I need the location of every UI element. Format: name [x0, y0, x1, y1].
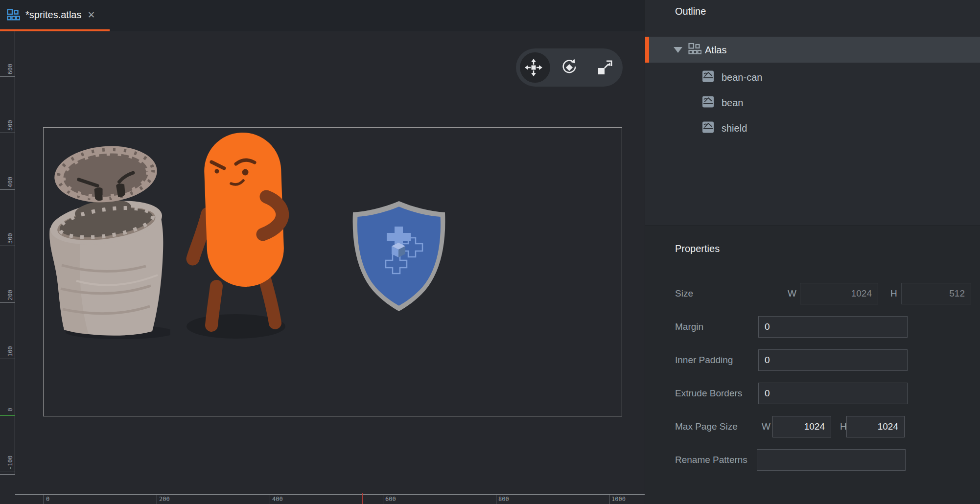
rename-patterns-field[interactable]	[757, 449, 906, 471]
v-ruler-label: 500	[7, 124, 14, 131]
max-page-w-label: W	[762, 415, 770, 438]
image-icon	[702, 121, 714, 136]
h-ruler-label: 1000	[611, 496, 626, 503]
tab-title: *sprites.atlas	[25, 9, 82, 21]
v-ruler-tick: 100	[0, 359, 15, 359]
outline-row-shield[interactable]: shield	[645, 115, 980, 141]
h-ruler-tick: 800	[496, 495, 496, 504]
properties-header: Properties	[675, 243, 720, 254]
defold-editor-window: { "colors": { "accent_orange": "#ed5b22"…	[0, 0, 980, 504]
property-row-inner-padding: Inner Padding	[645, 349, 980, 371]
v-ruler-label: 0	[7, 406, 14, 413]
outline-row-label: shield	[722, 123, 747, 134]
size-w-label: W	[788, 282, 796, 305]
size-height-field[interactable]	[901, 283, 971, 304]
outline-panel: Outline Atlas	[645, 0, 980, 226]
scene-toolbar	[516, 48, 623, 87]
property-row-margin: Margin	[645, 316, 980, 338]
margin-field[interactable]	[758, 316, 908, 338]
h-ruler-tick: 0	[44, 495, 44, 504]
horizontal-ruler: 0 200 400 600 800 1000	[15, 494, 645, 504]
selection-accent-bar	[645, 37, 649, 63]
move-tool-button[interactable]	[516, 48, 551, 87]
h-ruler-tick: 1000	[609, 495, 609, 504]
size-h-label: H	[890, 282, 897, 305]
tab-close-icon[interactable]: ✕	[88, 10, 95, 20]
max-page-width-field[interactable]	[772, 416, 831, 437]
v-ruler-zero-tick: 0	[0, 415, 15, 416]
move-icon	[524, 58, 543, 77]
max-page-height-field[interactable]	[846, 416, 905, 437]
max-page-h-label: H	[840, 415, 847, 438]
scale-tool-button[interactable]	[587, 48, 623, 87]
h-ruler-tick: 400	[270, 495, 270, 504]
outline-row-atlas[interactable]: Atlas	[645, 37, 980, 63]
tab-sprites-atlas[interactable]: *sprites.atlas ✕	[0, 0, 110, 30]
v-ruler-label: 200	[7, 294, 14, 300]
chevron-down-icon[interactable]	[674, 47, 682, 53]
property-row-max-page-size: Max Page Size W H	[645, 415, 980, 438]
scale-icon	[596, 59, 614, 76]
v-ruler-tick: 400	[0, 189, 15, 190]
v-ruler-tick: -100	[0, 472, 15, 472]
v-ruler-tick: 500	[0, 133, 15, 133]
h-ruler-label: 800	[498, 496, 509, 503]
rename-patterns-label: Rename Patterns	[675, 449, 747, 471]
h-ruler-label: 200	[159, 496, 170, 503]
outline-row-label: Atlas	[705, 44, 726, 55]
h-ruler-label: 400	[272, 496, 283, 503]
image-icon	[702, 70, 714, 85]
max-page-size-label: Max Page Size	[675, 415, 738, 438]
v-ruler-tick: 200	[0, 302, 15, 303]
image-icon	[702, 96, 714, 110]
property-row-size: Size W H	[645, 282, 980, 305]
v-ruler-label: 100	[7, 350, 14, 357]
v-ruler-tick: 300	[0, 246, 15, 246]
rotate-tool-button[interactable]	[552, 48, 587, 87]
vertical-ruler: 600 500 400 300 200 100 0 -100	[0, 31, 15, 475]
margin-label: Margin	[675, 316, 703, 338]
v-ruler-label: 300	[7, 237, 14, 244]
property-row-extrude-borders: Extrude Borders	[645, 382, 980, 405]
outline-header: Outline	[675, 6, 706, 17]
h-ruler-tick: 200	[157, 495, 157, 504]
v-ruler-label: -100	[7, 463, 14, 470]
outline-row-bean-can[interactable]: bean-can	[645, 65, 980, 90]
h-ruler-tick: 600	[383, 495, 383, 504]
scene-canvas[interactable]: 600 500 400 300 200 100 0 -100 0 200 400…	[0, 31, 645, 504]
h-ruler-label: 600	[385, 496, 396, 503]
tab-bar: *sprites.atlas ✕	[0, 0, 645, 31]
h-ruler-label: 0	[46, 496, 49, 503]
outline-row-label: bean-can	[722, 72, 762, 83]
editor-left-region: *sprites.atlas ✕	[0, 0, 645, 504]
v-ruler-label: 600	[7, 68, 14, 74]
bean-sprite[interactable]	[182, 131, 309, 341]
extrude-borders-label: Extrude Borders	[675, 382, 742, 405]
v-ruler-tick: 600	[0, 76, 15, 77]
atlas-icon	[688, 43, 701, 57]
atlas-tab-icon	[7, 9, 20, 21]
shield-sprite[interactable]	[349, 199, 449, 314]
inner-padding-field[interactable]	[758, 349, 908, 371]
outline-row-bean[interactable]: bean	[645, 90, 980, 115]
size-label: Size	[675, 282, 693, 305]
bean-can-sprite[interactable]	[47, 134, 170, 340]
right-panel: Outline Atlas	[645, 0, 980, 504]
v-ruler-label: 400	[7, 181, 14, 187]
outline-row-label: bean	[722, 97, 744, 109]
property-row-rename-patterns: Rename Patterns	[645, 449, 980, 471]
inner-padding-label: Inner Padding	[675, 349, 733, 371]
extrude-borders-field[interactable]	[758, 383, 908, 404]
rotate-icon	[560, 58, 579, 77]
ruler-cursor-marker	[362, 493, 363, 504]
size-width-field[interactable]	[800, 283, 878, 304]
